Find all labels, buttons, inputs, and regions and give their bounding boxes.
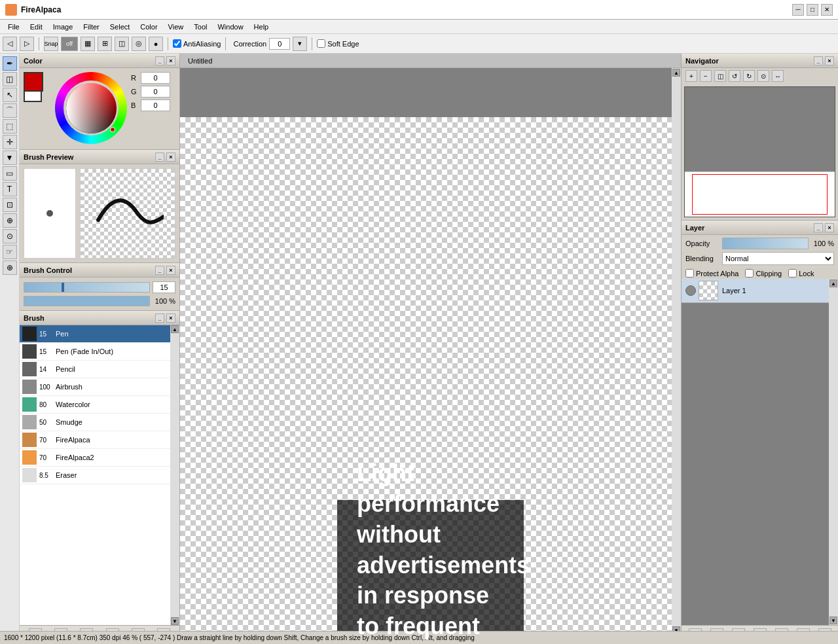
anti-aliasing-checkbox[interactable]	[173, 39, 181, 48]
hatch1-button[interactable]: ▦	[81, 37, 95, 51]
tool-eraser[interactable]: ◫	[3, 72, 17, 86]
hatch3-button[interactable]: ◫	[115, 37, 129, 51]
menu-filter[interactable]: Filter	[78, 22, 104, 32]
lock-checkbox[interactable]	[788, 269, 797, 277]
menu-tool[interactable]: Tool	[189, 22, 212, 32]
layer-item-1[interactable]: Layer 1	[682, 279, 829, 303]
brush-list-title: Brush	[24, 314, 45, 322]
blending-select[interactable]: Normal Multiply Screen Overlay	[722, 252, 834, 265]
tool-move[interactable]: ✛	[3, 135, 17, 149]
dot-button[interactable]: ●	[149, 37, 163, 51]
nav-rotate-left[interactable]: ↺	[729, 70, 740, 82]
redo-button[interactable]: ▷	[20, 37, 34, 51]
brush-opacity-slider[interactable]	[24, 296, 150, 306]
tool-gradient[interactable]: ▭	[3, 166, 17, 181]
g-input[interactable]	[141, 86, 170, 98]
fg-color-swatch[interactable]	[24, 72, 43, 92]
close-button[interactable]: ✕	[821, 4, 833, 16]
brush-item-pen-fade[interactable]: 15 Pen (Fade In/Out)	[20, 343, 170, 361]
navigator-content[interactable]	[684, 86, 835, 217]
navigator-zoom-controls: + − ◫ ↺ ↻ ⊙ ↔	[682, 68, 838, 84]
brush-item-airbrush[interactable]: 100 Airbrush	[20, 378, 170, 396]
layer-scroll-up[interactable]: ▲	[829, 279, 837, 287]
brush-size-slider[interactable]	[24, 282, 150, 293]
brush-item-pencil[interactable]: 14 Pencil	[20, 361, 170, 378]
brush-preview-close[interactable]: ×	[166, 152, 175, 162]
protect-alpha-checkbox[interactable]	[685, 269, 694, 277]
menu-color[interactable]: Color	[135, 22, 162, 32]
b-input[interactable]	[141, 99, 170, 111]
brush-item-firealpaca[interactable]: 70 FireAlpaca	[20, 431, 170, 449]
menu-file[interactable]: File	[3, 22, 25, 32]
opacity-slider[interactable]	[722, 238, 809, 249]
nav-zoom-fit[interactable]: ◫	[714, 70, 726, 82]
brush-list-minimize[interactable]: _	[155, 313, 164, 323]
correction-dropdown[interactable]: ▾	[293, 37, 307, 51]
nav-rotate-reset[interactable]: ⊙	[757, 70, 769, 82]
undo-button[interactable]: ◁	[3, 37, 17, 51]
layer-name-1: Layer 1	[722, 287, 746, 295]
brush-list-close[interactable]: ×	[166, 313, 175, 323]
brush-item-firealpaca2[interactable]: 70 FireAlpaca2	[20, 449, 170, 467]
brush-preview-minimize[interactable]: _	[155, 152, 164, 162]
brush-scroll-up[interactable]: ▲	[171, 325, 179, 333]
nav-rotate-right[interactable]: ↻	[743, 70, 755, 82]
layer-scroll-track[interactable]	[829, 288, 838, 616]
layer-scroll-down[interactable]: ▼	[829, 617, 837, 624]
color-wheel-container[interactable]	[55, 72, 127, 145]
tool-fill[interactable]: ▼	[3, 151, 17, 165]
maximize-button[interactable]: □	[807, 4, 818, 16]
tool-zoom[interactable]: ⊕	[3, 260, 17, 275]
tool-pen[interactable]: ✒	[3, 56, 17, 71]
menu-help[interactable]: Help	[249, 22, 274, 32]
r-label: R	[131, 74, 139, 82]
color-panel-close[interactable]: ×	[166, 56, 175, 65]
snap-off-button[interactable]: off	[61, 37, 78, 51]
nav-zoom-out[interactable]: −	[700, 70, 712, 82]
layer-panel-controls: _ ×	[814, 223, 834, 232]
symmetry-button[interactable]: ◎	[132, 37, 146, 51]
navigator-minimize[interactable]: _	[814, 56, 823, 65]
brush-scroll-down[interactable]: ▼	[171, 617, 179, 625]
menu-select[interactable]: Select	[105, 22, 136, 32]
brush-item-eraser[interactable]: 8.5 Eraser	[20, 467, 170, 484]
tool-color-picker[interactable]: ⊙	[3, 229, 17, 243]
brush-size-watercolor: 80	[39, 401, 56, 408]
layer-vis-1[interactable]	[685, 285, 696, 296]
color-panel-minimize[interactable]: _	[155, 56, 164, 65]
nav-zoom-in[interactable]: +	[685, 70, 697, 82]
layer-title: Layer	[685, 224, 704, 232]
correction-input[interactable]	[269, 38, 290, 50]
vscroll-up[interactable]: ▲	[672, 69, 680, 77]
menu-edit[interactable]: Edit	[25, 22, 48, 32]
menu-image[interactable]: Image	[48, 22, 79, 32]
brush-control-minimize[interactable]: _	[155, 266, 164, 275]
layer-minimize[interactable]: _	[814, 223, 823, 232]
navigator-close[interactable]: ×	[825, 56, 834, 65]
opacity-row: Opacity 100 %	[685, 238, 834, 249]
tool-crop[interactable]: ⊡	[3, 198, 17, 212]
brush-control-close[interactable]: ×	[166, 266, 175, 275]
tool-select[interactable]: ↖	[3, 88, 17, 102]
vscroll-track[interactable]	[672, 77, 681, 626]
brush-size-input[interactable]	[153, 281, 175, 293]
r-input[interactable]	[141, 72, 170, 84]
menubar: File Edit Image Filter Select Color View…	[0, 20, 838, 34]
soft-edge-checkbox[interactable]	[317, 39, 325, 48]
clipping-checkbox[interactable]	[745, 269, 754, 277]
snap-button[interactable]: Snap	[44, 37, 58, 51]
nav-flip-h[interactable]: ↔	[772, 70, 784, 82]
tool-lasso[interactable]: ⌒	[3, 103, 17, 118]
brush-item-pen[interactable]: 15 Pen	[20, 325, 170, 343]
menu-view[interactable]: View	[163, 22, 189, 32]
tool-shape-select[interactable]: ⬚	[3, 119, 17, 134]
tool-hand[interactable]: ☞	[3, 245, 17, 259]
tool-stamp[interactable]: ⊕	[3, 213, 17, 228]
menu-window[interactable]: Window	[212, 22, 248, 32]
tool-text[interactable]: T	[3, 182, 17, 196]
hatch2-button[interactable]: ⊞	[98, 37, 112, 51]
brush-item-smudge[interactable]: 50 Smudge	[20, 414, 170, 431]
brush-item-watercolor[interactable]: 80 Watercolor	[20, 396, 170, 414]
minimize-button[interactable]: ─	[792, 4, 804, 16]
layer-close[interactable]: ×	[825, 223, 834, 232]
